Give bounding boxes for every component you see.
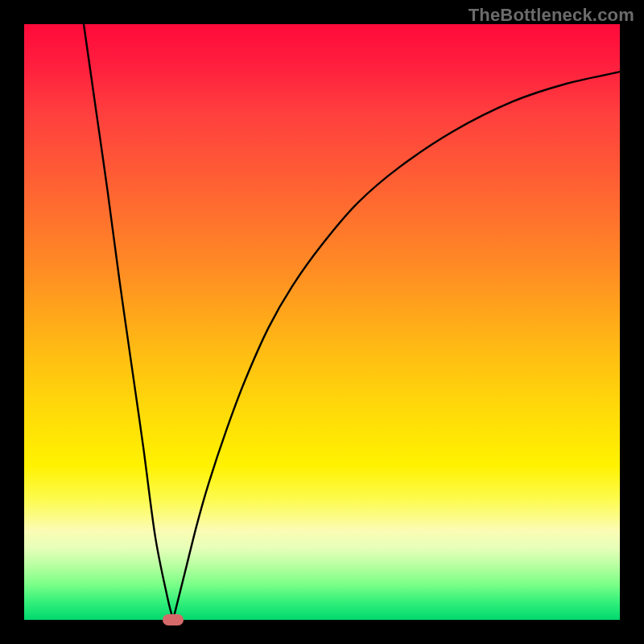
optimal-point-marker xyxy=(163,614,184,625)
plot-area xyxy=(24,24,620,620)
bottleneck-curve xyxy=(24,24,620,620)
watermark-text: TheBottleneck.com xyxy=(469,5,634,26)
chart-frame: TheBottleneck.com xyxy=(0,0,644,644)
